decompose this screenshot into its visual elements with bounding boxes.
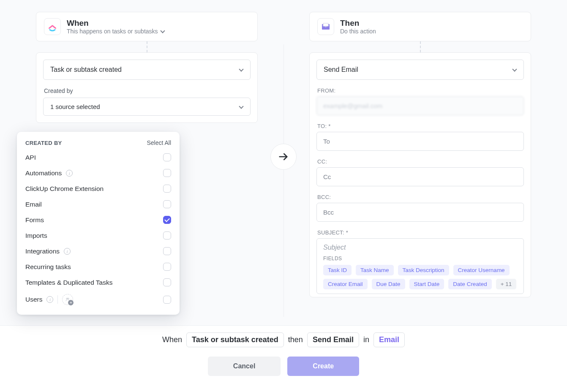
from-label: FROM: [317,87,524,94]
created-by-option[interactable]: Email [17,196,180,212]
when-subtitle-row[interactable]: This happens on tasks or subtasks [67,28,165,35]
summary-trigger-token[interactable]: Task or subtask created [186,332,284,347]
option-label: Recurring tasks [25,263,71,271]
created-by-select[interactable]: 1 source selected [43,98,251,116]
field-chip[interactable]: Due Date [372,279,405,289]
arrow-right-icon [270,144,297,170]
automation-summary: When Task or subtask created then Send E… [162,332,405,347]
created-by-option[interactable]: Usersi [17,290,180,309]
svg-rect-1 [323,23,328,26]
action-select[interactable]: Send Email [316,60,524,80]
then-title: Then [340,19,376,28]
connector-line [147,41,147,52]
from-field: example@gmail.com [316,96,524,115]
chevron-down-icon [239,105,243,109]
subject-placeholder: Subject [323,244,517,251]
svg-point-4 [68,298,69,299]
create-button[interactable]: Create [287,357,359,376]
checkbox[interactable] [163,278,171,286]
created-by-option[interactable]: Recurring tasks [17,259,180,275]
created-by-option[interactable]: Templates & Duplicated Tasks [17,275,180,290]
checkbox[interactable] [163,247,171,255]
field-chip[interactable]: Task Name [356,265,394,275]
option-label: Templates & Duplicated Tasks [25,279,112,286]
fields-title: FIELDS [323,256,517,261]
to-label: TO: * [317,123,524,129]
to-field[interactable] [316,132,524,151]
created-by-option[interactable]: Automationsi [17,165,180,181]
select-all-button[interactable]: Select All [147,139,171,146]
dropdown-title: CREATED BY [25,140,62,146]
created-by-option[interactable]: Integrationsi [17,243,180,259]
summary-location-token[interactable]: Email [373,332,405,347]
option-label: ClickUp Chrome Extension [25,185,104,193]
option-label: Automations [25,169,62,177]
checkbox[interactable] [163,153,171,161]
checkbox[interactable] [163,185,171,193]
option-label: API [25,154,36,161]
chevron-down-icon [239,68,243,72]
created-by-label: Created by [44,87,251,94]
checkbox[interactable] [163,231,171,240]
field-chip[interactable]: Creator Username [453,265,510,275]
when-body-card: Task or subtask created Created by 1 sou… [36,52,258,123]
option-label: Integrations [25,248,60,255]
option-label: Email [25,201,42,208]
field-chip[interactable]: Date Created [448,279,491,289]
bcc-field[interactable] [316,203,524,222]
cc-field[interactable] [316,167,524,186]
add-user-icon[interactable] [62,294,73,305]
clickup-icon [44,18,61,35]
trigger-select[interactable]: Task or subtask created [43,60,251,80]
option-label: Users [25,296,42,303]
checkbox[interactable] [163,216,171,224]
when-header-card: When This happens on tasks or subtasks [36,12,258,41]
field-chip-more[interactable]: + 11 [496,279,517,289]
then-header-card: Then Do this action [309,12,531,41]
subject-label: SUBJECT: * [317,229,524,236]
created-by-option[interactable]: API [17,150,180,165]
summary-action-token[interactable]: Send Email [307,332,359,347]
chevron-down-icon [512,68,517,72]
option-label: Imports [25,232,47,240]
field-chips: Task IDTask NameTask DescriptionCreator … [323,265,517,289]
info-icon[interactable]: i [46,296,53,303]
then-body-card: Send Email FROM: example@gmail.com TO: *… [309,52,531,297]
footer: When Task or subtask created then Send E… [0,325,567,392]
checkbox[interactable] [163,169,171,177]
mail-icon [317,18,334,35]
field-chip[interactable]: Creator Email [323,279,368,289]
field-chip[interactable]: Task Description [398,265,449,275]
created-by-dropdown: CREATED BY Select All APIAutomationsiCli… [17,132,180,315]
checkbox[interactable] [163,263,171,271]
created-by-option[interactable]: Imports [17,228,180,243]
created-by-option[interactable]: Forms [17,212,180,228]
bcc-label: BCC: [317,194,524,200]
cancel-button[interactable]: Cancel [208,357,281,376]
info-icon[interactable]: i [66,170,73,177]
connector-line [420,41,421,52]
field-chip[interactable]: Start Date [409,279,444,289]
option-label: Forms [25,216,44,224]
created-by-option[interactable]: ClickUp Chrome Extension [17,181,180,196]
when-title: When [67,19,165,28]
subject-box[interactable]: Subject FIELDS Task IDTask NameTask Desc… [316,238,524,294]
chevron-down-icon [161,29,165,33]
checkbox[interactable] [163,296,171,304]
cc-label: CC: [317,158,524,165]
checkbox[interactable] [163,200,171,208]
field-chip[interactable]: Task ID [323,265,352,275]
info-icon[interactable]: i [64,248,71,255]
then-subtitle: Do this action [340,28,376,35]
